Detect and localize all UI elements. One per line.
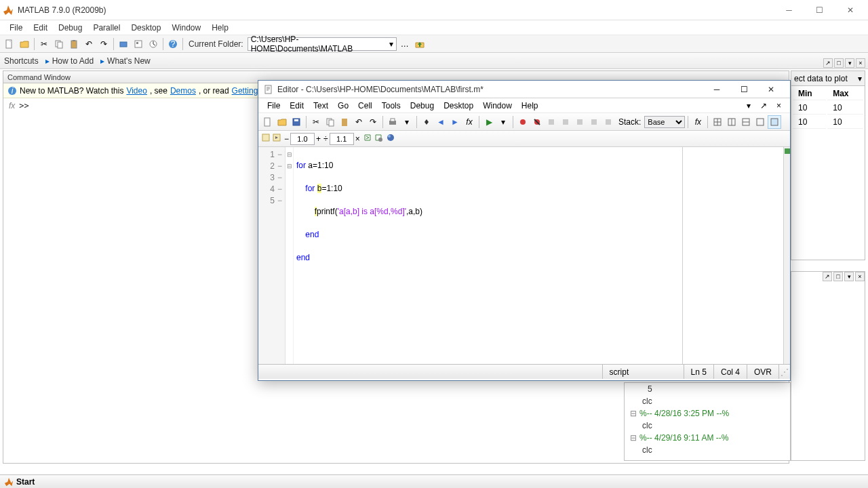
panel-max-icon[interactable]: □ <box>833 272 843 281</box>
increment-value-2[interactable]: 1.1 <box>330 133 354 145</box>
publish-settings-icon[interactable] <box>374 133 383 144</box>
menu-file[interactable]: File <box>4 22 28 34</box>
video-link[interactable]: Video <box>126 86 146 96</box>
editor-menu-debug[interactable]: Debug <box>406 100 439 112</box>
panel-undock-icon[interactable]: ↗ <box>823 58 833 68</box>
start-button[interactable]: Start <box>4 477 35 487</box>
editor-close-doc-icon[interactable]: × <box>772 100 786 112</box>
redo-icon[interactable]: ↷ <box>366 115 380 129</box>
panel-menu-icon[interactable]: ▾ <box>844 272 854 281</box>
simulink-icon[interactable] <box>117 37 130 51</box>
fold-column[interactable]: ⊟ ⊟ <box>285 147 294 364</box>
whats-new-link[interactable]: ▸What's New <box>100 56 151 66</box>
menu-help[interactable]: Help <box>206 22 234 34</box>
history-item[interactable]: 5 <box>625 383 790 395</box>
current-folder-select[interactable]: C:\Users\HP-HOME\Documents\MATLAB ▾ <box>248 37 397 51</box>
function-hints-icon[interactable]: fx <box>691 115 705 129</box>
paste-icon[interactable] <box>338 115 351 129</box>
new-icon[interactable] <box>261 115 275 129</box>
breakpoint-clear-icon[interactable] <box>530 115 544 129</box>
maximize-button[interactable]: ☐ <box>804 1 835 20</box>
layout-4-icon[interactable] <box>753 115 767 129</box>
history-item[interactable]: clc <box>625 420 790 432</box>
history-item[interactable]: clc <box>625 395 790 407</box>
print-dropdown-icon[interactable]: ▾ <box>400 115 414 129</box>
open-icon[interactable] <box>275 115 289 129</box>
editor-menu-tools[interactable]: Tools <box>377 100 406 112</box>
cell-eval-advance-icon[interactable] <box>272 133 281 144</box>
history-date[interactable]: ⊟%-- 4/28/16 3:25 PM --% <box>625 407 790 420</box>
increment-value-1[interactable]: 1.0 <box>290 133 315 145</box>
code-ok-marker[interactable] <box>785 148 790 154</box>
copy-icon[interactable] <box>52 37 66 51</box>
editor-menu-window[interactable]: Window <box>478 100 517 112</box>
minimize-button[interactable]: ─ <box>774 1 804 20</box>
col-min[interactable]: Min <box>793 87 826 100</box>
status-ovr[interactable]: OVR <box>747 365 778 379</box>
fold-toggle[interactable]: ⊟ <box>285 160 293 171</box>
paste-icon[interactable] <box>67 37 81 51</box>
step-in-icon[interactable] <box>559 115 572 129</box>
editor-menu-text[interactable]: Text <box>309 100 333 112</box>
line-number-gutter[interactable]: 1− 2− 3− 4− 5− <box>258 147 285 364</box>
run-icon[interactable]: ▶ <box>482 115 496 129</box>
editor-dock-icon[interactable]: ↗ <box>755 100 772 112</box>
redo-icon[interactable]: ↷ <box>97 37 111 51</box>
layout-2-icon[interactable] <box>725 115 738 129</box>
editor-close-button[interactable]: ✕ <box>757 81 785 98</box>
panel-close-icon[interactable]: × <box>856 58 865 68</box>
info-sphere-icon[interactable] <box>386 133 395 144</box>
editor-menu-edit[interactable]: Edit <box>285 100 309 112</box>
table-row[interactable]: 1010 <box>793 102 863 115</box>
code-message-strip[interactable] <box>783 147 790 364</box>
layout-3-icon[interactable] <box>739 115 753 129</box>
nav-forward-icon[interactable]: ► <box>448 115 462 129</box>
decrement-icon[interactable]: − <box>284 134 289 144</box>
step-out-icon[interactable] <box>573 115 587 129</box>
up-folder-icon[interactable] <box>413 37 427 51</box>
resize-grip-icon[interactable]: ⋰ <box>778 365 790 379</box>
layout-1-icon[interactable] <box>711 115 724 129</box>
publish-icon[interactable] <box>363 133 372 144</box>
undo-icon[interactable]: ↶ <box>82 37 96 51</box>
editor-menu-go[interactable]: Go <box>333 100 353 112</box>
menu-desktop[interactable]: Desktop <box>125 22 166 34</box>
panel-undock-icon[interactable]: ↗ <box>823 272 832 281</box>
history-date[interactable]: ⊟%-- 4/29/16 9:11 AM --% <box>625 432 790 444</box>
continue-icon[interactable] <box>587 115 601 129</box>
editor-menu-desktop[interactable]: Desktop <box>439 100 478 112</box>
panel-close-icon[interactable]: × <box>855 272 865 281</box>
cell-eval-icon[interactable] <box>261 133 271 144</box>
breakpoint-set-icon[interactable] <box>516 115 530 129</box>
layout-5-icon[interactable] <box>768 115 781 129</box>
guide-icon[interactable] <box>132 37 145 51</box>
menu-edit[interactable]: Edit <box>28 22 53 34</box>
history-item[interactable]: clc <box>625 444 790 456</box>
editor-dock-dropdown-icon[interactable]: ▾ <box>742 100 755 112</box>
plot-selector[interactable]: ect data to plot▾ <box>791 71 865 86</box>
fx-icon[interactable]: fx <box>9 101 15 110</box>
browse-folder-icon[interactable]: … <box>398 37 412 51</box>
fold-toggle[interactable]: ⊟ <box>285 148 293 160</box>
panel-max-icon[interactable]: □ <box>834 58 844 68</box>
menu-window[interactable]: Window <box>166 22 206 34</box>
editor-menu-cell[interactable]: Cell <box>353 100 377 112</box>
find-icon[interactable] <box>420 115 433 129</box>
stop-debug-icon[interactable] <box>601 115 615 129</box>
cut-icon[interactable]: ✂ <box>309 115 323 129</box>
col-max[interactable]: Max <box>827 87 863 100</box>
panel-menu-icon[interactable]: ▾ <box>845 58 854 68</box>
close-button[interactable]: ✕ <box>835 1 865 20</box>
stack-select[interactable]: Base <box>644 116 685 128</box>
run-dropdown-icon[interactable]: ▾ <box>496 115 510 129</box>
step-icon[interactable] <box>545 115 558 129</box>
increment-icon[interactable]: + <box>316 134 321 144</box>
nav-back-icon[interactable]: ◄ <box>434 115 448 129</box>
code-text[interactable]: for a=1:10 for b=1:10 fprintf('a[a,b] is… <box>294 147 790 364</box>
editor-minimize-button[interactable]: ─ <box>703 81 730 98</box>
editor-menu-file[interactable]: File <box>262 100 285 112</box>
undo-icon[interactable]: ↶ <box>352 115 366 129</box>
copy-icon[interactable] <box>323 115 337 129</box>
editor-maximize-button[interactable]: ☐ <box>730 81 757 98</box>
editor-title-bar[interactable]: Editor - C:\Users\HP-HOME\Documents\MATL… <box>258 81 790 98</box>
